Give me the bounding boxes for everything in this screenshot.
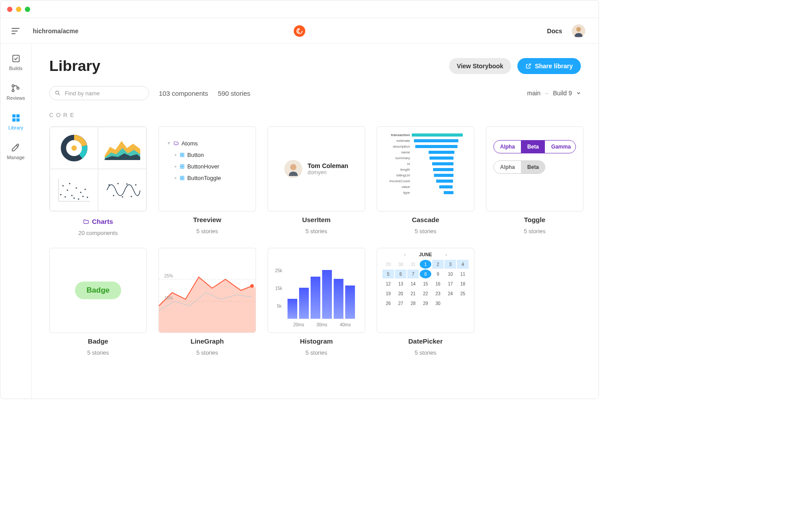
sidebar-item-builds[interactable]: Builds [9,54,23,71]
datepicker-cell[interactable]: 16 [432,279,444,288]
card-badge[interactable]: Badge [49,248,147,333]
card-title: Toggle [524,216,545,223]
svg-text:20ms: 20ms [293,322,304,327]
datepicker-cell[interactable]: 29 [420,299,431,308]
toggle-option[interactable]: Alpha [494,161,521,173]
datepicker-cell[interactable]: 25 [457,289,469,298]
card-linegraph[interactable]: 25% 15% [158,248,256,333]
datepicker-cell[interactable]: 27 [395,299,406,308]
datepicker-cell[interactable]: 22 [420,289,431,298]
datepicker-cell[interactable]: 14 [407,279,419,288]
card-title: Cascade [412,216,439,223]
cascade-chart: transactionestimatedescriptionnamesummar… [377,127,474,201]
card-useritem[interactable]: Tom Coleman domyen [268,126,365,211]
menu-icon[interactable] [12,28,20,34]
sidebar-item-library[interactable]: Library [8,113,24,130]
datepicker-cell[interactable]: 28 [407,299,419,308]
cascade-row: billingUrl [383,172,468,178]
datepicker-cell[interactable]: 3 [445,260,456,269]
datepicker-cell[interactable]: 15 [420,279,431,288]
datepicker-cell[interactable]: 20 [395,289,406,298]
card-title: DatePicker [408,337,443,345]
sidebar-item-label: Manage [7,155,25,160]
card-title: LineGraph [190,337,224,345]
datepicker-cell[interactable]: 1 [420,260,431,269]
datepicker-cell[interactable]: 18 [457,279,469,288]
share-library-button[interactable]: Share library [517,58,581,74]
svg-point-34 [130,196,132,197]
card-cascade[interactable]: transactionestimatedescriptionnamesummar… [377,126,474,211]
svg-rect-36 [180,153,182,155]
card-treeview[interactable]: ▼Atoms ▸Button ▸ButtonHover ▸ButtonToggl… [158,126,256,211]
datepicker-cell[interactable]: 26 [382,299,394,308]
datepicker-cell[interactable]: 23 [432,289,444,298]
datepicker-cell[interactable] [457,299,469,308]
datepicker-cell[interactable]: 2 [432,260,444,269]
datepicker-cell[interactable]: 13 [395,279,406,288]
card-toggle[interactable]: Alpha Beta Gamma Alpha Beta [486,126,583,211]
datepicker-cell[interactable]: 6 [395,270,406,278]
card-datepicker[interactable]: ‹ JUNE › 2930311234567891011121314151617… [377,248,474,333]
datepicker-cell[interactable]: 10 [445,270,456,278]
cascade-row: transaction [383,132,468,138]
datepicker-cell[interactable]: 21 [407,289,419,298]
datepicker-cell[interactable]: 29 [382,260,394,269]
toggle-option[interactable]: Alpha [494,141,521,153]
close-window-icon[interactable] [7,7,12,12]
card-charts[interactable] [49,126,147,211]
datepicker-cell[interactable]: 5 [382,270,394,278]
datepicker-cell[interactable]: 9 [432,270,444,278]
card-histogram[interactable]: 25k 15k 5k 20ms 3 [268,248,365,333]
search-input[interactable] [49,86,149,100]
cascade-row: type [383,190,468,196]
view-storybook-button[interactable]: View Storybook [449,58,512,74]
cascade-row: invoiceCount [383,178,468,184]
app-logo[interactable] [294,25,305,37]
svg-rect-38 [180,155,182,156]
datepicker-cell[interactable]: 30 [432,299,444,308]
prev-month-icon[interactable]: ‹ [404,252,406,257]
card-subtitle: 20 components [79,230,118,236]
svg-point-22 [78,198,79,200]
sidebar-item-manage[interactable]: Manage [7,143,25,160]
datepicker-cell[interactable]: 17 [445,279,456,288]
breadcrumb[interactable]: hichroma/acme [33,27,79,35]
toggle-option[interactable]: Beta [521,141,545,153]
card-subtitle: 5 stories [414,228,436,235]
datepicker-cell[interactable]: 7 [407,270,419,278]
datepicker-cell[interactable] [445,299,456,308]
maximize-window-icon[interactable] [25,7,30,12]
svg-rect-46 [180,178,182,180]
svg-point-30 [113,195,114,196]
card-subtitle: 5 stories [524,228,545,235]
svg-rect-8 [12,118,15,121]
toggle-group-gray: Alpha Beta [493,160,545,174]
toggle-option[interactable]: Beta [521,161,545,173]
cascade-row: length [383,167,468,172]
tree-item-label: Button [187,152,204,158]
svg-point-21 [75,187,77,188]
datepicker-cell[interactable]: 4 [457,260,469,269]
minimize-window-icon[interactable] [16,7,21,12]
datepicker-cell[interactable]: 19 [382,289,394,298]
svg-point-19 [71,195,72,196]
datepicker-cell[interactable]: 24 [445,289,456,298]
docs-link[interactable]: Docs [547,27,562,35]
cascade-row: estimate [383,138,468,144]
next-month-icon[interactable]: › [445,252,447,257]
toggle-option[interactable]: Gamma [545,141,576,153]
svg-rect-9 [16,118,19,121]
datepicker-cell[interactable]: 8 [420,270,431,278]
cascade-row: summary [383,155,468,161]
tree-item-label: ButtonToggle [187,175,221,181]
datepicker-cell[interactable]: 31 [407,260,419,269]
svg-point-52 [250,284,254,288]
branch-build-selector[interactable]: main – Build 9 [527,90,581,97]
svg-rect-60 [334,279,343,319]
datepicker-cell[interactable]: 11 [457,270,469,278]
user-avatar[interactable] [572,24,585,38]
traffic-lights [7,7,30,12]
datepicker-cell[interactable]: 30 [395,260,406,269]
sidebar-item-reviews[interactable]: Reviews [7,83,25,101]
datepicker-cell[interactable]: 12 [382,279,394,288]
